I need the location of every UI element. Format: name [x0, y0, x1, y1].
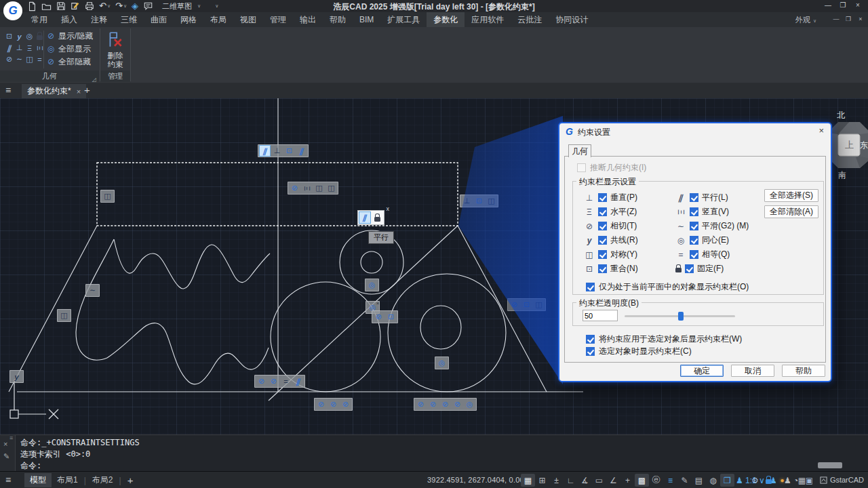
ribbon-tab-注释[interactable]: 注释	[84, 12, 114, 27]
transparency-input[interactable]	[583, 310, 618, 321]
ribbon-tab-三维[interactable]: 三维	[114, 12, 144, 27]
hatch-display-icon[interactable]: ▩	[635, 474, 649, 487]
status-menu-icon[interactable]: ≡	[5, 474, 11, 485]
badge-cell[interactable]: ⊘	[509, 300, 519, 310]
tangent-checkbox[interactable]	[598, 222, 607, 230]
select-all-button[interactable]: 全部选择(S)	[764, 189, 818, 202]
constraint-badge[interactable]: ◫	[100, 190, 115, 203]
clear-all-button[interactable]: 全部清除(A)	[764, 205, 818, 218]
ribbon-tab-插入[interactable]: 插入	[54, 12, 84, 27]
ribbon-tab-视图[interactable]: 视图	[233, 12, 263, 27]
command-line-panel[interactable]: × ✎ ≡ 命令:_+CONSTRAINTSETTINGS 选项卡索引 <0>:…	[0, 434, 868, 472]
equal-checkbox[interactable]	[690, 250, 698, 259]
parallel-tool-button[interactable]: ∥	[4, 42, 14, 54]
infer-constraints-checkbox[interactable]	[577, 163, 586, 172]
badge-cell[interactable]: ⊥	[272, 146, 282, 156]
badge-cell[interactable]: ◎	[465, 399, 475, 409]
magnifier-icon[interactable]: ◍	[706, 474, 720, 487]
ribbon-tab-管理[interactable]: 管理	[263, 12, 293, 27]
smooth-tool-button[interactable]: ∼	[14, 54, 24, 65]
concentric-checkbox[interactable]	[690, 236, 698, 245]
quick-properties-icon[interactable]: ✎	[677, 474, 692, 487]
hide-all-button[interactable]: ⊘ 全部隐藏	[46, 56, 91, 68]
perpendicular-checkbox[interactable]	[598, 193, 607, 202]
badge-cell[interactable]: ⊘	[452, 399, 462, 409]
delete-constraint-button[interactable]: 删除 约束	[102, 30, 129, 69]
svg-text:北[interactable]: 北	[837, 110, 845, 120]
polar-tracking-icon[interactable]: ∡	[578, 474, 592, 487]
dialog-title-bar[interactable]: G 约束设置 ×	[559, 123, 831, 140]
svg-text:东[interactable]: 东	[860, 140, 868, 150]
dialog-close-icon[interactable]: ×	[818, 125, 824, 136]
fixed-checkbox[interactable]	[685, 264, 694, 273]
constraint-badge[interactable]: ⊥⊡◫	[460, 195, 498, 207]
constraint-badge[interactable]: ∥⊥⊡∥	[258, 144, 309, 157]
badge-cell[interactable]: ⊡	[521, 300, 532, 310]
apply-after-checkbox[interactable]	[586, 335, 595, 344]
badge-cell[interactable]: ◫	[102, 191, 113, 201]
badge-cell[interactable]: =	[281, 376, 291, 386]
manage-panel-label[interactable]: 管理	[100, 70, 130, 82]
constraint-badge[interactable]: ⊘⊘=∥	[254, 375, 305, 388]
badge-cell[interactable]: ∥	[293, 376, 303, 386]
ribbon-tab-网格[interactable]: 网格	[174, 12, 203, 27]
ribbon-tab-常用[interactable]: 常用	[24, 12, 54, 27]
ribbon-tab-曲面[interactable]: 曲面	[144, 12, 174, 27]
ribbon-tab-扩展工具[interactable]: 扩展工具	[380, 12, 427, 27]
vertical-checkbox[interactable]	[690, 207, 698, 216]
command-edit-icon[interactable]: ✎	[3, 452, 9, 461]
badge-cell[interactable]: ∼	[87, 285, 98, 296]
constraint-badge[interactable]: ◎	[435, 357, 449, 369]
constraint-badge[interactable]: ⊘⊘⊘	[314, 398, 353, 411]
collinear-checkbox[interactable]	[598, 236, 607, 245]
object-snap-icon[interactable]: ▭	[592, 474, 606, 487]
appearance-button[interactable]: 外观 ∨	[795, 12, 816, 28]
svg-text:上[interactable]: 上	[845, 140, 854, 150]
collinear-tool-button[interactable]: y	[14, 30, 24, 42]
dynamic-input-icon[interactable]: ±	[549, 474, 564, 487]
doc-menu-icon[interactable]: ≡	[5, 85, 11, 96]
lineweight-icon[interactable]: ≡	[663, 474, 677, 487]
geometry-panel-label[interactable]: 几何 ◿	[0, 70, 99, 82]
horizontal-checkbox[interactable]	[598, 207, 607, 216]
constraint-badge[interactable]: ◎	[365, 279, 379, 291]
badge-cell[interactable]: ◫	[534, 300, 544, 310]
only-current-plane-checkbox[interactable]	[586, 283, 595, 291]
app-logo[interactable]: G	[3, 1, 22, 20]
badge-cell[interactable]: ⊘	[256, 376, 267, 386]
ok-button[interactable]: 确定	[680, 365, 724, 377]
sheet-tab-layout2[interactable]: 布局2	[87, 473, 119, 487]
cancel-button[interactable]: 取消	[731, 365, 774, 377]
svg-text:南[interactable]: 南	[838, 170, 846, 180]
badge-cell[interactable]: ◫	[486, 196, 496, 206]
constraint-badge[interactable]: ⊘⊘⊘⊘◎	[414, 398, 477, 411]
new-tab-icon[interactable]: +	[84, 84, 90, 96]
doc-close-icon[interactable]: ×	[854, 14, 867, 24]
doc-minimize-icon[interactable]: —	[830, 14, 842, 24]
constraint-bar-popup[interactable]: ∥ x	[357, 210, 384, 225]
coincident-tool-button[interactable]: ⊡	[4, 30, 14, 42]
constraint-badge[interactable]: ⊘⊡	[372, 310, 398, 323]
concentric-tool-button[interactable]: ◎	[24, 30, 35, 42]
snap-tracking-icon[interactable]: +	[620, 474, 635, 487]
badge-cell[interactable]: ⊘	[316, 399, 326, 409]
command-close-icon[interactable]: ×	[3, 440, 7, 448]
badge-cell[interactable]: ⊘	[269, 376, 279, 386]
symmetric-tool-button[interactable]: ◫	[24, 54, 35, 65]
ortho-icon[interactable]: ∟	[564, 474, 578, 487]
tab-close-icon[interactable]: ×	[77, 87, 81, 96]
show-all-button[interactable]: ◎ 全部显示	[46, 43, 91, 55]
badge-cell[interactable]: Ξ	[302, 183, 312, 193]
badge-cell[interactable]: ⊘	[440, 399, 450, 409]
transparency-slider-thumb[interactable]	[678, 312, 684, 321]
lock-constraint-chip[interactable]	[372, 212, 382, 223]
show-on-select-checkbox[interactable]	[586, 347, 595, 356]
badge-cell[interactable]: ∥	[296, 146, 307, 156]
symmetric-checkbox[interactable]	[598, 250, 607, 259]
constraint-badge[interactable]: ∼	[85, 284, 100, 297]
minimize-icon[interactable]: —	[821, 0, 835, 11]
command-input-line[interactable]: 命令:	[20, 460, 41, 472]
restore-icon[interactable]: ❐	[835, 0, 850, 11]
badge-cell[interactable]: ⊘	[328, 399, 338, 409]
document-tab[interactable]: 参数化约束* ×	[22, 84, 86, 98]
